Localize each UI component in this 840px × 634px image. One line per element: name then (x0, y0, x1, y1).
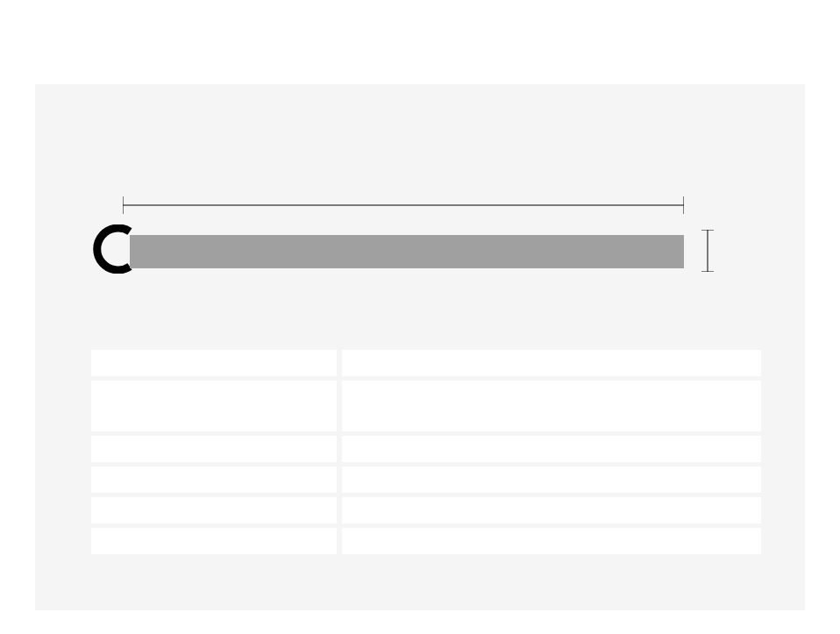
table-row (91, 467, 761, 493)
table-cell-value (342, 381, 761, 431)
table-cell-label (91, 497, 337, 524)
table-cell-value (342, 467, 761, 493)
table-cell-label (91, 467, 337, 493)
height-dimension-indicator (701, 230, 714, 272)
table-cell-label (91, 350, 337, 376)
spec-table (91, 350, 761, 559)
table-cell-label (91, 381, 337, 431)
table-row (91, 350, 761, 376)
table-row (91, 497, 761, 524)
table-row (91, 381, 761, 431)
table-cell-label (91, 528, 337, 554)
width-dimension-indicator (123, 196, 684, 214)
table-row (91, 436, 761, 462)
table-row (91, 528, 761, 554)
table-cell-value (342, 436, 761, 462)
main-panel (35, 84, 805, 610)
table-cell-value (342, 528, 761, 554)
rod-bar (130, 235, 684, 268)
table-cell-label (91, 436, 337, 462)
table-cell-value (342, 350, 761, 376)
table-cell-value (342, 497, 761, 524)
